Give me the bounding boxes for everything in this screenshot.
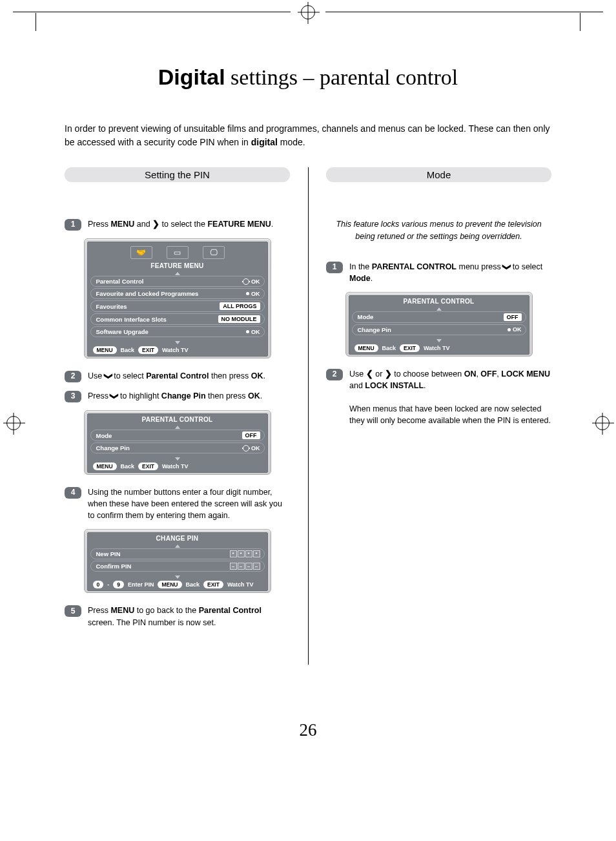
zero-pill: 0 <box>93 581 104 588</box>
osd-row-sw-upgrade: Software UpgradeOK <box>90 326 265 337</box>
osd-title: CHANGE PIN <box>88 533 267 542</box>
osd-feature-menu: 🤝 ▭ 🖵 FEATURE MENU Parental ControlOK Fa… <box>84 238 271 358</box>
step-3: 3 Press ❯ to highlight Change Pin then p… <box>65 390 290 402</box>
step-5: 5 Press MENU to go back to the Parental … <box>65 605 290 628</box>
chevron-left-icon: ❮ <box>366 369 373 379</box>
right-step-2: 2 Use ❮ or ❯ to choose between ON, OFF, … <box>326 368 551 427</box>
osd-row-ci-slots: Common Interface SlotsNO MODULE <box>90 313 265 325</box>
right-step-1: 1 In the PARENTAL CONTROL menu press ❯ t… <box>326 261 551 284</box>
osd-footer: 0- 9Enter PIN MENUBack EXITWatch TV <box>88 578 267 590</box>
section-header-setting-pin: Setting the PIN <box>65 167 290 182</box>
step-2: 2 Use ❯ to select Parental Control then … <box>65 370 290 382</box>
exit-pill: EXIT <box>138 346 158 354</box>
chevron-down-icon: ❯ <box>501 263 513 270</box>
exit-pill: EXIT <box>203 581 223 588</box>
column-right: Mode This feature locks various menus to… <box>308 167 551 636</box>
column-divider <box>308 167 309 665</box>
osd-title: PARENTAL CONTROL <box>349 296 529 305</box>
osd-row-confirm-pin: Confirm PIN –––– <box>90 561 265 572</box>
step-badge-5: 5 <box>65 605 81 617</box>
step-badge-2: 2 <box>65 371 81 382</box>
chevron-right-icon: ❯ <box>152 220 159 229</box>
osd-icon-tv-icon: 🖵 <box>203 246 225 259</box>
osd-row-change-pin: Change PinOK <box>90 442 265 453</box>
osd-change-pin: CHANGE PIN New PIN **** Confirm PIN ––––… <box>84 529 271 593</box>
osd-title: PARENTAL CONTROL <box>88 414 267 423</box>
osd-row-change-pin: Change PinOK <box>352 324 526 335</box>
nav-dpad-icon <box>243 278 249 285</box>
step-badge-2: 2 <box>326 369 343 380</box>
osd-parental-control-left: PARENTAL CONTROL ModeOFF Change PinOK ME… <box>84 410 271 475</box>
crop-mark-right <box>595 416 610 430</box>
chevron-down-icon: ❯ <box>102 373 114 380</box>
column-left: Setting the PIN 1 Press MENU and ❯ to se… <box>65 167 308 636</box>
osd-row-parental-control: Parental ControlOK <box>90 276 265 287</box>
intro-paragraph: In order to prevent viewing of unsuitabl… <box>65 122 551 149</box>
crop-mark-left <box>6 416 21 430</box>
title-bold: Digital <box>158 65 225 89</box>
step-badge-1: 1 <box>326 262 343 273</box>
osd-parental-control-right: PARENTAL CONTROL ModeOFF Change PinOK ME… <box>345 292 533 357</box>
menu-pill: MENU <box>158 581 181 588</box>
corner-tr <box>562 13 580 31</box>
chevron-right-icon: ❯ <box>385 369 392 379</box>
osd-row-fav-locked: Favourite and Locked ProgrammesOK <box>90 288 265 299</box>
osd-row-new-pin: New PIN **** <box>90 548 265 559</box>
page-title: Digital settings – parental control <box>65 65 551 90</box>
exit-pill: EXIT <box>138 462 158 470</box>
step-1: 1 Press MENU and ❯ to select the FEATURE… <box>65 218 290 231</box>
step-4: 4 Using the number buttons enter a four … <box>65 486 290 521</box>
osd-row-mode: ModeOFF <box>352 311 526 323</box>
step-badge-1: 1 <box>65 219 81 231</box>
menu-pill: MENU <box>93 462 117 470</box>
osd-icon-handshake-icon: 🤝 <box>130 246 152 259</box>
osd-footer: MENUBack EXITWatch TV <box>349 342 529 354</box>
chevron-down-icon: ❯ <box>108 393 120 400</box>
mode-note: This feature locks various menus to prev… <box>326 218 551 243</box>
exit-pill: EXIT <box>400 344 420 352</box>
crop-mark-top <box>0 0 616 19</box>
title-rest: settings – parental control <box>225 65 458 89</box>
nav-dpad-icon <box>243 445 249 452</box>
pin-entry-confirm: –––– <box>230 563 260 570</box>
osd-row-mode: ModeOFF <box>90 430 265 441</box>
step-badge-3: 3 <box>65 391 81 402</box>
section-header-mode: Mode <box>326 167 551 182</box>
pin-entry-new: **** <box>230 550 260 557</box>
osd-footer: MENUBack EXITWatch TV <box>88 344 267 356</box>
corner-tl <box>36 13 54 31</box>
nine-pill: 9 <box>113 581 124 588</box>
osd-footer: MENUBack EXITWatch TV <box>88 460 267 472</box>
step-badge-4: 4 <box>65 487 81 499</box>
osd-icon-card-icon: ▭ <box>167 246 189 259</box>
osd-row-favourites: FavouritesALL PROGS <box>90 300 265 312</box>
menu-pill: MENU <box>354 344 378 352</box>
menu-pill: MENU <box>93 346 117 354</box>
osd-title: FEATURE MENU <box>88 260 267 269</box>
osd-iconbar: 🤝 ▭ 🖵 <box>88 242 267 260</box>
page-number: 26 <box>65 720 551 740</box>
